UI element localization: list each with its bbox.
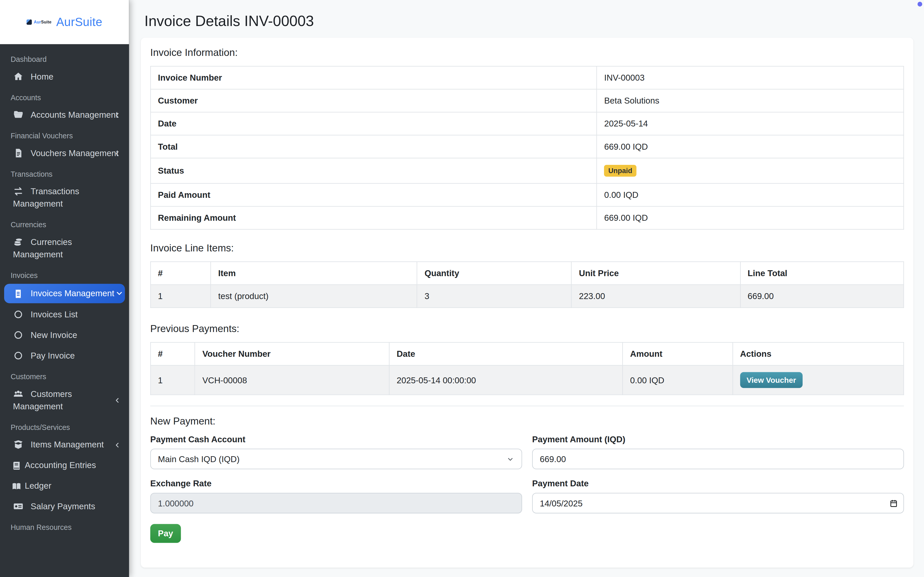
table-row: Total 669.00 IQD	[150, 135, 904, 158]
sidebar-item-accounting-entries[interactable]: Accounting Entries	[0, 455, 129, 476]
info-value: 2025-05-14	[597, 112, 904, 135]
app-window: AurSuite AurSuite Dashboard Home Account…	[0, 0, 924, 577]
view-voucher-button[interactable]: View Voucher	[740, 372, 803, 388]
sidebar-item-label: Accounting Entries	[25, 460, 96, 470]
info-label: Paid Amount	[150, 184, 597, 206]
exchange-arrows-icon	[13, 186, 23, 197]
section-products-services: Products/Services	[0, 417, 129, 435]
brand-logo-icon	[27, 19, 32, 25]
pay-button[interactable]: Pay	[150, 524, 181, 543]
table-row: Paid Amount 0.00 IQD	[150, 184, 904, 206]
column-header: Date	[389, 342, 623, 365]
book-icon	[12, 461, 21, 471]
exchange-rate-field: Exchange Rate	[150, 479, 522, 513]
brand-mini-suffix: Suite	[41, 20, 51, 24]
column-header: Amount	[623, 342, 733, 365]
info-label: Remaining Amount	[150, 206, 597, 229]
info-label: Invoice Number	[150, 66, 597, 89]
divider	[150, 406, 904, 406]
table-row: 1 VCH-00008 2025-05-14 00:00:00 0.00 IQD…	[150, 365, 904, 395]
cell-actions: View Voucher	[733, 365, 904, 395]
box-open-icon	[13, 439, 23, 450]
section-financial-vouchers: Financial Vouchers	[0, 126, 129, 143]
brand-title: AurSuite	[56, 15, 102, 29]
sidebar-item-ledger[interactable]: Ledger	[0, 476, 129, 496]
table-header-row: # Item Quantity Unit Price Line Total	[150, 262, 904, 285]
column-header: Unit Price	[572, 262, 740, 285]
new-payment-heading: New Payment:	[150, 416, 904, 427]
section-accounts: Accounts	[0, 87, 129, 105]
payment-date-field: Payment Date	[532, 479, 904, 513]
voucher-file-icon	[13, 148, 23, 158]
sidebar-item-customers-management[interactable]: Customers Management	[0, 384, 129, 417]
selected-option: Main Cash IQD (IQD)	[158, 454, 240, 464]
sidebar-item-label: Home	[31, 72, 53, 81]
cell-index: 1	[150, 285, 211, 308]
book-open-icon	[12, 482, 21, 491]
payment-amount-input[interactable]	[532, 449, 904, 469]
invoice-information-table: Invoice Number INV-00003 Customer Beta S…	[150, 66, 904, 229]
payment-date-label: Payment Date	[532, 479, 904, 488]
table-row: Date 2025-05-14	[150, 112, 904, 135]
home-icon	[13, 71, 23, 82]
sidebar-item-items-management[interactable]: Items Management	[0, 435, 129, 455]
sidebar-item-vouchers-management[interactable]: Vouchers Management	[0, 143, 129, 164]
sidebar-item-salary-payments[interactable]: Salary Payments	[0, 496, 129, 517]
cash-account-label: Payment Cash Account	[150, 435, 522, 444]
chevron-left-icon	[114, 150, 121, 157]
info-value: INV-00003	[597, 66, 904, 89]
sidebar-item-label: Invoices Management	[31, 287, 114, 300]
brand-header[interactable]: AurSuite AurSuite	[0, 0, 129, 44]
sidebar-item-invoices-list[interactable]: Invoices List	[0, 305, 129, 325]
sidebar-item-transactions-management[interactable]: Transactions Management	[0, 181, 129, 214]
sidebar-item-label: Vouchers Management	[31, 148, 119, 158]
payment-cash-account-select[interactable]: Main Cash IQD (IQD)	[150, 449, 522, 469]
main-content: Invoice Details INV-00003 Invoice Inform…	[129, 0, 924, 577]
column-header: #	[150, 262, 211, 285]
invoice-details-card: Invoice Information: Invoice Number INV-…	[141, 38, 913, 567]
column-header: #	[150, 342, 195, 365]
info-value: 0.00 IQD	[597, 184, 904, 206]
section-dashboard: Dashboard	[0, 49, 129, 67]
payment-date-input[interactable]	[532, 493, 904, 513]
sidebar-item-accounts-management[interactable]: Accounts Management	[0, 105, 129, 126]
column-header: Quantity	[417, 262, 572, 285]
sidebar-nav: Dashboard Home Accounts Accounts Managem…	[0, 44, 129, 535]
previous-payments-heading: Previous Payments:	[150, 323, 904, 335]
status-badge: Unpaid	[604, 165, 636, 177]
info-label: Status	[150, 158, 597, 184]
column-header: Voucher Number	[195, 342, 389, 365]
circle-icon	[13, 330, 23, 340]
select-chevron-icon	[506, 455, 514, 463]
sidebar-item-new-invoice[interactable]: New Invoice	[0, 325, 129, 346]
circle-icon	[13, 350, 23, 361]
section-customers: Customers	[0, 366, 129, 384]
sidebar-item-invoices-management-active[interactable]: Invoices Management	[4, 284, 125, 303]
chevron-left-icon	[114, 397, 121, 404]
sidebar-item-label: Ledger	[25, 481, 51, 490]
info-label: Total	[150, 135, 597, 158]
sidebar-item-currencies-management[interactable]: Currencies Management	[0, 232, 129, 265]
invoice-information-heading: Invoice Information:	[150, 47, 904, 59]
cell-unit-price: 223.00	[572, 285, 740, 308]
brand-mini-prefix: Aur	[34, 20, 41, 24]
page-title: Invoice Details INV-00003	[144, 12, 913, 29]
section-invoices: Invoices	[0, 265, 129, 283]
payment-amount-field: Payment Amount (IQD)	[532, 435, 904, 469]
column-header: Actions	[733, 342, 904, 365]
coins-icon	[13, 237, 23, 247]
brand-logo-small: AurSuite	[27, 19, 52, 25]
chevron-left-icon	[114, 111, 121, 118]
sidebar-item-label: Accounts Management	[31, 110, 118, 119]
sidebar-item-home[interactable]: Home	[0, 66, 129, 87]
info-value: Beta Solutions	[597, 89, 904, 112]
line-items-table: # Item Quantity Unit Price Line Total 1 …	[150, 261, 904, 308]
calendar-icon[interactable]	[890, 499, 897, 507]
payment-amount-label: Payment Amount (IQD)	[532, 435, 904, 444]
floating-widget-dot[interactable]	[918, 2, 922, 6]
cash-account-field: Payment Cash Account Main Cash IQD (IQD)	[150, 435, 522, 469]
sidebar-item-pay-invoice[interactable]: Pay Invoice	[0, 346, 129, 366]
cell-date: 2025-05-14 00:00:00	[389, 365, 623, 395]
exchange-rate-input	[150, 493, 522, 513]
column-header: Line Total	[740, 262, 904, 285]
